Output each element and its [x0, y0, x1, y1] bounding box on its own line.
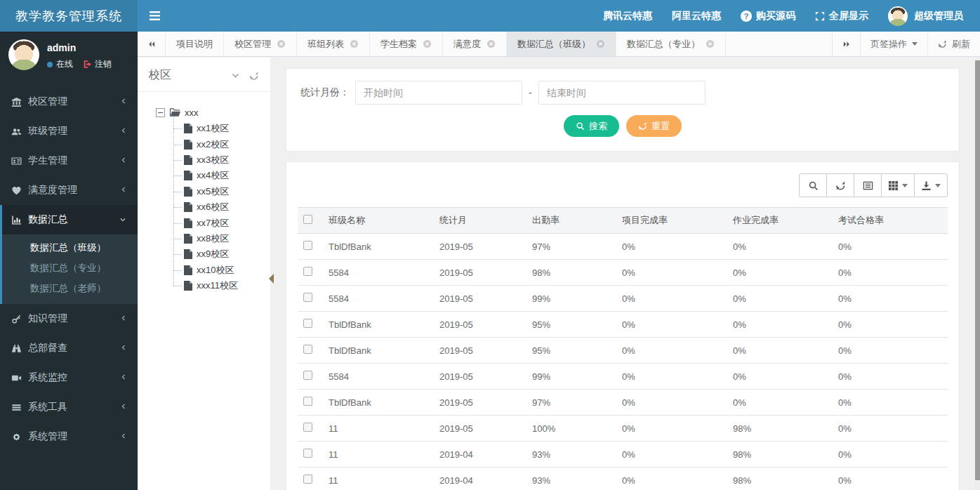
- chevron-left-icon: [120, 343, 127, 354]
- table-refresh-button[interactable]: [826, 173, 854, 197]
- tab-campus-mgmt[interactable]: 校区管理: [224, 32, 297, 56]
- tree-collapse-expander-icon[interactable]: [156, 108, 165, 117]
- sidebar-item-system-mgmt[interactable]: 系统管理: [0, 422, 138, 451]
- tab-satisfaction[interactable]: 满意度: [443, 32, 507, 56]
- sidebar-subitem-summary-major[interactable]: 数据汇总（专业）: [2, 258, 138, 278]
- tree-node[interactable]: xx4校区: [173, 168, 266, 183]
- row-checkbox[interactable]: [303, 423, 312, 432]
- tabs-scroll-left-button[interactable]: [138, 32, 166, 56]
- select-all-checkbox[interactable]: [303, 215, 312, 224]
- topbar-link-tencent-cloud[interactable]: 腾讯云特惠: [603, 10, 652, 22]
- row-checkbox[interactable]: [303, 293, 312, 302]
- topbar-link-ali-cloud[interactable]: 阿里云特惠: [672, 10, 721, 22]
- row-checkbox[interactable]: [303, 345, 312, 354]
- tree-root-label: xxx: [185, 107, 199, 118]
- sidebar-item-system-tools[interactable]: 系统工具: [0, 392, 138, 422]
- topbar-user-menu[interactable]: 超级管理员: [888, 6, 963, 26]
- sidebar-item-class-mgmt[interactable]: 班级管理: [0, 117, 138, 146]
- tabs-scroll-right-button[interactable]: [832, 32, 860, 56]
- sidebar-toggle-button[interactable]: [138, 0, 171, 32]
- row-checkbox[interactable]: [303, 449, 312, 458]
- sidebar-subitem-summary-teacher[interactable]: 数据汇总（老师）: [2, 278, 138, 298]
- vertical-scrollbar: [975, 58, 980, 490]
- search-icon: [576, 121, 585, 131]
- table-export-button[interactable]: [914, 173, 948, 197]
- cell-stat-month: 2019-05: [434, 390, 527, 416]
- row-checkbox[interactable]: [303, 397, 312, 406]
- scrollbar-thumb[interactable]: [975, 60, 980, 480]
- collapse-panel-chevron-icon[interactable]: [230, 71, 241, 80]
- tree-node[interactable]: xx5校区: [173, 184, 266, 199]
- reset-button[interactable]: 重置: [626, 115, 682, 137]
- row-checkbox[interactable]: [303, 371, 312, 380]
- tree-node[interactable]: xxx11校区: [173, 278, 266, 293]
- refresh-icon: [835, 180, 846, 191]
- online-status-label: 在线: [56, 58, 73, 70]
- tab-close-icon[interactable]: [423, 39, 432, 48]
- table-search-button[interactable]: [799, 173, 827, 197]
- sidebar-item-label: 校区管理: [28, 95, 67, 108]
- tree-node[interactable]: xx1校区: [173, 121, 266, 136]
- tree-node-label: xx6校区: [197, 201, 229, 213]
- tab-close-icon[interactable]: [706, 39, 715, 48]
- sidebar-subitem-summary-class[interactable]: 数据汇总（班级）: [2, 237, 138, 258]
- topbar-link-fullscreen[interactable]: 全屏显示: [815, 10, 868, 22]
- tab-data-summary-major[interactable]: 数据汇总（专业）: [616, 32, 726, 56]
- logout-button[interactable]: 注销: [83, 58, 112, 70]
- tree-node[interactable]: xx6校区: [173, 199, 266, 215]
- caret-down-icon: [935, 184, 941, 187]
- cell-exam-rate: 0%: [833, 286, 948, 312]
- logout-label: 注销: [95, 58, 112, 70]
- tab-student-archive[interactable]: 学生档案: [370, 32, 443, 56]
- sidebar-item-satisfaction-mgmt[interactable]: 满意度管理: [0, 176, 138, 205]
- sidebar-item-system-monitor[interactable]: 系统监控: [0, 363, 138, 392]
- topbar-link-label: 阿里云特惠: [672, 10, 721, 22]
- tree-node[interactable]: xx3校区: [173, 152, 266, 168]
- tree-root-node[interactable]: xxx: [156, 105, 266, 120]
- tree-collapse-handle[interactable]: [269, 274, 274, 284]
- tree-node[interactable]: xx9校区: [173, 246, 266, 262]
- tab-close-icon[interactable]: [277, 39, 286, 48]
- file-icon: [184, 234, 192, 244]
- topbar-link-buy-source[interactable]: ? 购买源码: [741, 10, 795, 22]
- cell-stat-month: 2019-05: [434, 338, 527, 364]
- tree-node[interactable]: xx7校区: [173, 215, 266, 230]
- row-checkbox[interactable]: [303, 475, 312, 484]
- tab-label: 满意度: [453, 38, 481, 51]
- tab-close-icon[interactable]: [350, 39, 359, 48]
- tab-class-list[interactable]: 班组列表: [297, 32, 370, 56]
- sidebar: admin 在线 注销 校区管理 班级管理: [0, 32, 138, 490]
- row-checkbox[interactable]: [303, 267, 312, 276]
- sidebar-submenu: 数据汇总（班级） 数据汇总（专业） 数据汇总（老师）: [2, 234, 138, 304]
- row-checkbox[interactable]: [303, 319, 312, 328]
- row-checkbox[interactable]: [303, 241, 312, 250]
- table-detail-view-button[interactable]: [854, 173, 882, 197]
- cell-project-rate: 0%: [616, 312, 727, 338]
- tab-label: 学生档案: [380, 38, 417, 51]
- start-month-input[interactable]: [355, 81, 522, 105]
- tab-close-icon[interactable]: [486, 39, 496, 48]
- tree-node[interactable]: xx8校区: [173, 231, 266, 246]
- sidebar-user-panel: admin 在线 注销: [0, 32, 138, 77]
- search-button[interactable]: 搜索: [564, 115, 619, 137]
- tab-project-desc[interactable]: 项目说明: [166, 32, 224, 56]
- sidebar-item-student-mgmt[interactable]: 学生管理: [0, 146, 138, 176]
- sidebar-item-knowledge-mgmt[interactable]: 知识管理: [0, 304, 138, 333]
- sidebar-item-hq-inspection[interactable]: 总部督查: [0, 333, 138, 363]
- key-icon: [11, 313, 22, 324]
- tab-close-icon[interactable]: [596, 39, 605, 48]
- tab-operations-dropdown[interactable]: 页签操作: [860, 32, 927, 56]
- sidebar-item-campus-mgmt[interactable]: 校区管理: [0, 87, 138, 117]
- cell-stat-month: 2019-05: [434, 286, 527, 312]
- sidebar-item-label: 满意度管理: [28, 184, 77, 197]
- table-columns-button[interactable]: [881, 173, 915, 197]
- cell-stat-month: 2019-05: [434, 234, 527, 260]
- tree-node-label: xxx11校区: [197, 279, 238, 292]
- end-month-input[interactable]: [538, 81, 706, 105]
- tree-refresh-icon[interactable]: [249, 71, 259, 81]
- tree-node[interactable]: xx2校区: [173, 136, 266, 152]
- tree-node[interactable]: xx10校区: [173, 263, 266, 278]
- tab-data-summary-class[interactable]: 数据汇总（班级）: [507, 32, 616, 56]
- tab-refresh-button[interactable]: 刷新: [927, 32, 980, 56]
- sidebar-item-data-summary[interactable]: 数据汇总: [2, 205, 138, 234]
